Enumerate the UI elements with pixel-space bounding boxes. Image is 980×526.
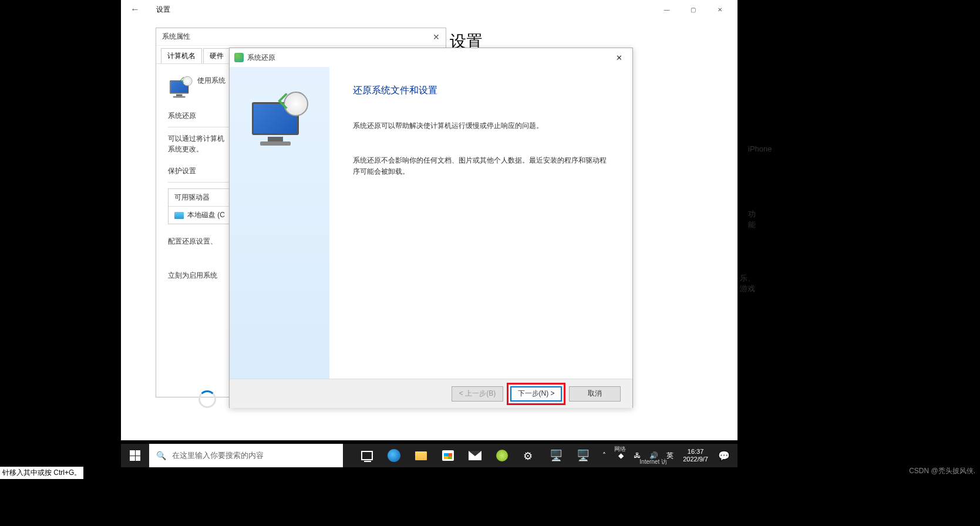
footer-hint: 针移入其中或按 Ctrl+G。	[0, 467, 83, 479]
task-view-icon[interactable]	[355, 444, 379, 467]
wizard-heading: 还原系统文件和设置	[353, 85, 609, 97]
disk-icon	[174, 212, 184, 219]
app-icon-2[interactable]: 🖥️	[544, 444, 568, 467]
wizard-paragraph-1: 系统还原可以帮助解决使计算机运行缓慢或停止响应的问题。	[353, 120, 609, 132]
sysprops-title: 系统属性	[162, 32, 190, 42]
restore-icon	[234, 53, 244, 62]
watermark: CSDN @秃头披风侠.	[909, 466, 975, 476]
store-icon[interactable]	[436, 444, 460, 467]
tray-overflow-icon[interactable]: ˄	[597, 444, 611, 467]
close-icon[interactable]: ✕	[706, 1, 733, 18]
settings-icon[interactable]: ⚙	[517, 444, 541, 467]
use-restore-label: 使用系统	[197, 76, 225, 99]
loading-spinner-icon	[198, 390, 216, 408]
wizard-titlebar: 系统还原 ✕	[230, 48, 632, 67]
drive-label: 本地磁盘 (C	[187, 210, 225, 220]
wizard-footer: < 上一步(B) 下一步(N) > 取消	[230, 379, 632, 408]
internet-tooltip: Internet 访	[639, 458, 667, 466]
search-placeholder: 在这里输入你要搜索的内容	[172, 450, 264, 461]
minimize-icon[interactable]: —	[654, 1, 680, 18]
edge-icon[interactable]	[382, 444, 406, 467]
tray-date: 2022/9/7	[683, 456, 708, 463]
system-restore-icon	[168, 76, 191, 99]
app-icon-3[interactable]: 🖥️	[571, 444, 595, 467]
wizard-title: 系统还原	[247, 53, 275, 63]
wizard-content: 还原系统文件和设置 系统还原可以帮助解决使计算机运行缓慢或停止响应的问题。 系统…	[329, 67, 632, 379]
windows-logo-icon	[130, 450, 140, 461]
close-icon[interactable]: ✕	[610, 50, 628, 65]
settings-window-title: 设置	[156, 5, 170, 15]
monitor-clock-icon	[247, 90, 312, 149]
settings-side-text: 功能	[748, 209, 756, 230]
tray-clock[interactable]: 16:37 2022/9/7	[679, 448, 712, 463]
tab-computer-name[interactable]: 计算机名	[161, 48, 202, 63]
maximize-icon[interactable]: ▢	[680, 1, 706, 18]
close-icon[interactable]: ✕	[433, 32, 440, 42]
settings-window-controls: — ▢ ✕	[654, 1, 733, 18]
wizard-sidebar	[230, 67, 329, 379]
tab-hardware[interactable]: 硬件	[203, 48, 230, 63]
cancel-button[interactable]: 取消	[569, 386, 621, 402]
mail-icon[interactable]	[463, 444, 487, 467]
settings-side-text: 乐、游戏	[740, 273, 755, 294]
start-button[interactable]	[121, 444, 149, 467]
action-center-icon[interactable]: 💬	[714, 450, 734, 461]
highlight-annotation: 下一步(N) >	[507, 383, 565, 405]
system-restore-wizard: 系统还原 ✕ 还原系统文件和设置 系统还原可以帮助解决使计算机运行缓慢或停止响应…	[229, 48, 633, 408]
wizard-paragraph-2: 系统还原不会影响你的任何文档、图片或其他个人数据。最近安装的程序和驱动程序可能会…	[353, 155, 609, 177]
app-icon[interactable]	[490, 444, 514, 467]
next-button[interactable]: 下一步(N) >	[510, 386, 562, 402]
sysprops-titlebar: 系统属性 ✕	[156, 28, 446, 46]
network-tooltip: 网络	[614, 445, 626, 453]
back-button: < 上一步(B)	[452, 386, 503, 402]
taskbar: 🔍 在这里输入你要搜索的内容 ⚙ 🖥️ 🖥️ ˄ ◆ 🖧 🔊 英 16:37 2…	[121, 444, 737, 467]
taskbar-search[interactable]: 🔍 在这里输入你要搜索的内容	[149, 444, 343, 467]
tray-time: 16:37	[688, 448, 704, 456]
back-arrow-icon[interactable]: ←	[126, 2, 144, 17]
settings-side-text: iPhone	[748, 144, 772, 153]
settings-titlebar: ← 设置 — ▢ ✕	[121, 0, 737, 19]
file-explorer-icon[interactable]	[409, 444, 433, 467]
search-icon: 🔍	[156, 451, 166, 460]
